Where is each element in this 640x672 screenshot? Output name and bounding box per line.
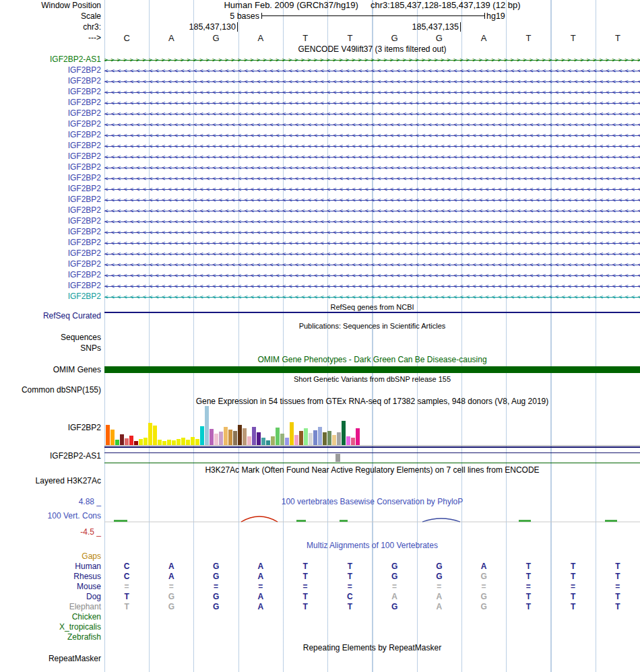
gtex-gene-label[interactable]: IGF2BP2 [0, 407, 104, 448]
multiz-base: = [238, 582, 283, 592]
gencode-transcript-label[interactable]: IGF2BP2 [0, 65, 104, 76]
gencode-transcript-line[interactable]: <<<<<<<<<<<<<<<<<<<<<<<<<<<<<<<<<<<<<<<<… [104, 130, 640, 141]
gtex-expression-bar [294, 435, 298, 445]
gtex-expression-track[interactable] [104, 407, 640, 448]
phylop-track-label[interactable]: 100 Vert. Cons [0, 507, 101, 525]
multiz-base: G [149, 602, 193, 612]
gencode-transcript-line[interactable]: <<<<<<<<<<<<<<<<<<<<<<<<<<<<<<<<<<<<<<<<… [104, 65, 640, 76]
gencode-transcript-line[interactable]: <<<<<<<<<<<<<<<<<<<<<<<<<<<<<<<<<<<<<<<<… [104, 259, 640, 270]
multiz-species-row: Mouse============ [0, 582, 640, 592]
gencode-transcript-label[interactable]: IGF2BP2 [0, 184, 104, 195]
gtex-expression-bar [120, 434, 124, 445]
gencode-transcript-label[interactable]: IGF2BP2 [0, 259, 104, 270]
gencode-transcript-line[interactable]: <<<<<<<<<<<<<<<<<<<<<<<<<<<<<<<<<<<<<<<<… [104, 270, 640, 281]
strand-arrows: <<<<<<<<<<<<<<<<<<<<<<<<<<<<<<<<<<<<<<<<… [104, 65, 640, 76]
h3k27ac-label[interactable]: Layered H3K27Ac [0, 476, 104, 496]
gencode-transcript-label[interactable]: IGF2BP2 [0, 248, 104, 259]
strand-arrows: <<<<<<<<<<<<<<<<<<<<<<<<<<<<<<<<<<<<<<<<… [104, 173, 640, 184]
scale-label: Scale [0, 11, 104, 22]
gencode-transcript-line[interactable]: <<<<<<<<<<<<<<<<<<<<<<<<<<<<<<<<<<<<<<<<… [104, 195, 640, 205]
omim-gene-bar[interactable] [104, 366, 640, 373]
dbsnp-label[interactable]: Common dbSNP(155) [0, 384, 104, 395]
window-position-row: Window Position Human Feb. 2009 (GRCh37/… [0, 0, 640, 11]
sequences-track[interactable] [104, 332, 640, 343]
omim-genes-label[interactable]: OMIM Genes [0, 366, 104, 374]
sequence-base: T [506, 32, 550, 44]
gencode-transcript-line[interactable]: <<<<<<<<<<<<<<<<<<<<<<<<<<<<<<<<<<<<<<<<… [104, 87, 640, 98]
gencode-transcript-label[interactable]: IGF2BP2 [0, 173, 104, 184]
gencode-transcript-line[interactable]: >>>>>>>>>>>>>>>>>>>>>>>>>>>>>>>>>>>>>>>>… [104, 55, 640, 65]
gencode-transcript-label[interactable]: IGF2BP2 [0, 141, 104, 152]
gencode-transcript-label[interactable]: IGF2BP2 [0, 98, 104, 108]
multiz-species-label[interactable]: X_tropicalis [0, 622, 104, 632]
multiz-species-label[interactable]: Dog [0, 592, 104, 602]
gencode-transcript-label[interactable]: IGF2BP2 [0, 227, 104, 238]
multiz-species-label[interactable]: Mouse [0, 582, 104, 592]
gencode-transcript-label[interactable]: IGF2BP2 [0, 292, 104, 302]
gencode-transcript-label[interactable]: IGF2BP2 [0, 195, 104, 205]
gtex-expression-bar [200, 426, 204, 445]
gencode-transcript-label[interactable]: IGF2BP2 [0, 205, 104, 216]
multiz-base: T [551, 592, 596, 602]
gencode-transcript-label[interactable]: IGF2BP2 [0, 119, 104, 130]
gencode-transcript-label[interactable]: IGF2BP2 [0, 270, 104, 281]
phylop-track[interactable] [104, 507, 640, 539]
multiz-species-label[interactable]: Chicken [0, 612, 104, 622]
multiz-base: = [104, 582, 149, 592]
gencode-transcript-line[interactable]: <<<<<<<<<<<<<<<<<<<<<<<<<<<<<<<<<<<<<<<<… [104, 216, 640, 227]
gtex-expression-bar [228, 430, 232, 445]
gencode-transcript-label[interactable]: IGF2BP2 [0, 238, 104, 248]
gencode-transcript-line[interactable]: <<<<<<<<<<<<<<<<<<<<<<<<<<<<<<<<<<<<<<<<… [104, 76, 640, 87]
multiz-track: GapsHumanCAGATTGGATTTRhesusCAGATTGGGTTTM… [0, 551, 640, 642]
multiz-species-label[interactable]: Rhesus [0, 572, 104, 582]
gencode-transcript-label[interactable]: IGF2BP2 [0, 152, 104, 162]
gtex-as1-row: IGF2BP2-AS1 [0, 448, 640, 464]
gencode-transcript-line[interactable]: <<<<<<<<<<<<<<<<<<<<<<<<<<<<<<<<<<<<<<<<… [104, 141, 640, 152]
gtex-as1-track[interactable] [104, 448, 640, 464]
multiz-base: G [461, 572, 506, 582]
gencode-transcript-line[interactable]: <<<<<<<<<<<<<<<<<<<<<<<<<<<<<<<<<<<<<<<<… [104, 281, 640, 292]
gtex-expression-bar [110, 430, 115, 445]
refseq-dense-line[interactable] [104, 312, 640, 313]
multiz-species-label[interactable]: Elephant [0, 602, 104, 612]
multiz-species-label[interactable]: Zebrafish [0, 632, 104, 642]
snps-track[interactable] [104, 343, 640, 354]
repeatmasker-track[interactable] [104, 653, 640, 672]
sequence-base: G [417, 32, 461, 44]
gencode-transcript-label[interactable]: IGF2BP2 [0, 108, 104, 119]
gencode-transcript-label[interactable]: IGF2BP2 [0, 216, 104, 227]
refseq-curated-label[interactable]: RefSeq Curated [0, 312, 104, 320]
gencode-transcript-line[interactable]: <<<<<<<<<<<<<<<<<<<<<<<<<<<<<<<<<<<<<<<<… [104, 152, 640, 162]
sequences-label[interactable]: Sequences [0, 332, 104, 343]
gencode-transcript-line[interactable]: <<<<<<<<<<<<<<<<<<<<<<<<<<<<<<<<<<<<<<<<… [104, 162, 640, 173]
gtex-expression-bar [210, 429, 214, 445]
gencode-transcript-label[interactable]: IGF2BP2 [0, 281, 104, 292]
gencode-transcript-line[interactable]: <<<<<<<<<<<<<<<<<<<<<<<<<<<<<<<<<<<<<<<<… [104, 248, 640, 259]
repeatmasker-label[interactable]: RepeatMasker [0, 653, 104, 672]
gencode-transcript-line[interactable]: <<<<<<<<<<<<<<<<<<<<<<<<<<<<<<<<<<<<<<<<… [104, 238, 640, 248]
multiz-species-track [104, 551, 640, 562]
multiz-species-label[interactable]: Gaps [0, 551, 104, 562]
gencode-transcript-label[interactable]: IGF2BP2 [0, 87, 104, 98]
gencode-transcript-label[interactable]: IGF2BP2 [0, 162, 104, 173]
dbsnp-track[interactable] [104, 384, 640, 395]
gencode-transcript-label[interactable]: IGF2BP2 [0, 130, 104, 141]
gencode-transcript-line[interactable]: <<<<<<<<<<<<<<<<<<<<<<<<<<<<<<<<<<<<<<<<… [104, 205, 640, 216]
multiz-base: T [596, 592, 640, 602]
gencode-transcript-line[interactable]: <<<<<<<<<<<<<<<<<<<<<<<<<<<<<<<<<<<<<<<<… [104, 173, 640, 184]
snps-label[interactable]: SNPs [0, 343, 104, 354]
phylop-conservation-mark [241, 516, 278, 522]
gencode-transcript-label[interactable]: IGF2BP2-AS1 [0, 55, 104, 65]
gencode-transcript-line[interactable]: <<<<<<<<<<<<<<<<<<<<<<<<<<<<<<<<<<<<<<<<… [104, 108, 640, 119]
refseq-track[interactable] [104, 312, 640, 320]
gencode-transcript-line[interactable]: <<<<<<<<<<<<<<<<<<<<<<<<<<<<<<<<<<<<<<<<… [104, 184, 640, 195]
gencode-transcript-line[interactable]: <<<<<<<<<<<<<<<<<<<<<<<<<<<<<<<<<<<<<<<<… [104, 227, 640, 238]
gtex-as1-label[interactable]: IGF2BP2-AS1 [0, 448, 104, 464]
gencode-transcript-label[interactable]: IGF2BP2 [0, 76, 104, 87]
multiz-species-label[interactable]: Human [0, 562, 104, 572]
h3k27ac-track[interactable] [104, 476, 640, 496]
omim-track[interactable] [104, 366, 640, 374]
gencode-transcript-line[interactable]: <<<<<<<<<<<<<<<<<<<<<<<<<<<<<<<<<<<<<<<<… [104, 292, 640, 302]
gencode-transcript-line[interactable]: <<<<<<<<<<<<<<<<<<<<<<<<<<<<<<<<<<<<<<<<… [104, 98, 640, 108]
gencode-transcript-line[interactable]: <<<<<<<<<<<<<<<<<<<<<<<<<<<<<<<<<<<<<<<<… [104, 119, 640, 130]
